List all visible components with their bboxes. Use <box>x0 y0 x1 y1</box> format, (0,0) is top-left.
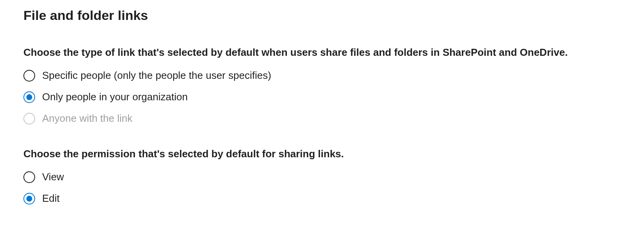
radio-circle-icon <box>23 171 35 183</box>
radio-permission-edit[interactable]: Edit <box>23 192 621 205</box>
radio-label: Edit <box>42 192 60 205</box>
radio-label: Anyone with the link <box>42 112 132 125</box>
radio-circle-icon <box>23 193 35 205</box>
radio-anyone-with-link: Anyone with the link <box>23 112 621 125</box>
radio-people-in-org[interactable]: Only people in your organization <box>23 91 621 103</box>
link-type-radio-group: Specific people (only the people the use… <box>23 69 621 125</box>
permission-subtitle: Choose the permission that's selected by… <box>23 148 621 160</box>
radio-circle-icon <box>23 113 35 125</box>
permission-radio-group: View Edit <box>23 171 621 205</box>
radio-label: View <box>42 171 64 183</box>
radio-specific-people[interactable]: Specific people (only the people the use… <box>23 69 621 82</box>
radio-permission-view[interactable]: View <box>23 171 621 183</box>
section-title: File and folder links <box>23 8 621 23</box>
radio-label: Only people in your organization <box>42 91 188 103</box>
radio-label: Specific people (only the people the use… <box>42 69 271 82</box>
link-type-subtitle: Choose the type of link that's selected … <box>23 46 621 59</box>
radio-circle-icon <box>23 70 35 82</box>
radio-circle-icon <box>23 91 35 103</box>
